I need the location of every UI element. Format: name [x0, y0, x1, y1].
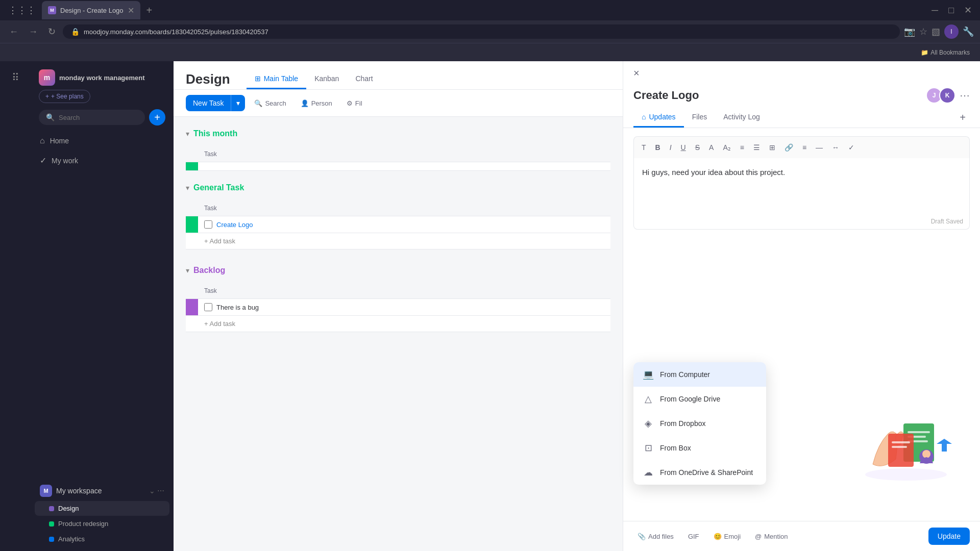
- add-task-row-general[interactable]: + Add task: [186, 233, 610, 249]
- back-button[interactable]: ←: [6, 24, 21, 39]
- update-button[interactable]: Update: [928, 528, 970, 545]
- extensions-icon[interactable]: 🔧: [963, 26, 974, 37]
- sidebar-search-input[interactable]: [59, 114, 138, 121]
- table-row[interactable]: Create Logo: [186, 216, 610, 233]
- toolbar-bold-btn[interactable]: B: [652, 141, 664, 154]
- toolbar-underline-btn[interactable]: U: [677, 141, 690, 154]
- forward-button[interactable]: →: [26, 24, 41, 39]
- toolbar-strikethrough-btn[interactable]: S: [692, 141, 703, 154]
- new-tab-button[interactable]: +: [142, 5, 157, 16]
- gif-button[interactable]: GIF: [684, 530, 703, 543]
- camera-off-icon[interactable]: 📷: [904, 26, 915, 37]
- toolbar-link-btn[interactable]: 🔗: [781, 141, 797, 154]
- from-computer-option[interactable]: 💻 From Computer: [633, 362, 766, 387]
- toolbar-align-left-btn[interactable]: ≡: [737, 141, 748, 154]
- app-logo: m monday work management: [39, 69, 145, 86]
- board-tabs: ⊞ Main Table Kanban Chart: [247, 69, 381, 89]
- mention-button[interactable]: @ Mention: [751, 530, 792, 543]
- add-tab-button[interactable]: +: [955, 108, 970, 128]
- all-bookmarks-link[interactable]: 📁 All Bookmarks: [917, 49, 974, 56]
- add-files-button[interactable]: 📎 Add files: [633, 530, 678, 543]
- tab-close-button[interactable]: ✕: [128, 6, 134, 15]
- new-task-dropdown-arrow[interactable]: ▾: [231, 95, 245, 111]
- more-icon[interactable]: ⋯: [157, 487, 164, 495]
- toolbar-list-btn[interactable]: ☰: [750, 141, 764, 154]
- active-tab[interactable]: M Design - Create Logo ✕: [42, 1, 140, 19]
- profile-icon[interactable]: I: [944, 24, 959, 39]
- from-google-drive-label: From Google Drive: [660, 395, 720, 403]
- toolbar-text-btn[interactable]: T: [638, 141, 650, 154]
- th-checkbox-backlog: [186, 283, 198, 299]
- svg-rect-5: [888, 434, 914, 467]
- task-checkbox-create-logo[interactable]: [204, 220, 212, 229]
- workspace-name: My workspace: [56, 487, 145, 495]
- sidebar-item-my-work[interactable]: ✓ My work: [35, 151, 169, 170]
- sidebar-search-box[interactable]: 🔍: [39, 110, 145, 125]
- address-bar[interactable]: 🔒 moodjoy.monday.com/boards/1830420525/p…: [63, 24, 900, 39]
- toolbar-divider-btn[interactable]: —: [812, 141, 826, 154]
- from-onedrive-label: From OneDrive & SharePoint: [660, 468, 753, 477]
- sidebar-item-design[interactable]: Design: [35, 501, 169, 516]
- detail-tab-updates[interactable]: ⌂ Updates: [633, 108, 684, 128]
- left-bar-green: [186, 216, 198, 233]
- detail-tab-files[interactable]: Files: [684, 108, 716, 128]
- toolbar-indent-btn[interactable]: ≡: [799, 141, 810, 154]
- from-box-option[interactable]: ⊡ From Box: [633, 436, 766, 460]
- reload-button[interactable]: ↻: [45, 24, 59, 39]
- see-plans-button[interactable]: + + See plans: [39, 90, 90, 103]
- search-button[interactable]: 🔍 Search: [249, 96, 291, 111]
- emoji-button[interactable]: 😊 Emoji: [709, 530, 745, 543]
- minimize-button[interactable]: ─: [927, 5, 942, 16]
- apps-grid-icon[interactable]: ⠿: [8, 67, 23, 88]
- toolbar-font-size-btn[interactable]: A₂: [719, 141, 734, 154]
- chevron-down-icon[interactable]: ⌄: [149, 487, 155, 495]
- toolbar-table-btn[interactable]: ⊞: [766, 141, 779, 154]
- toolbar-expand-btn[interactable]: ↔: [828, 141, 843, 154]
- board-dot-product-redesign: [49, 521, 54, 527]
- nav-bar: ← → ↻ 🔒 moodjoy.monday.com/boards/183042…: [0, 20, 980, 43]
- collapse-general-task-button[interactable]: ▾: [186, 184, 189, 192]
- toolbar-highlight-btn[interactable]: A: [705, 141, 717, 154]
- add-task-row-backlog[interactable]: + Add task: [186, 316, 610, 332]
- tab-chart[interactable]: Chart: [347, 69, 381, 89]
- bookmarks-bar: 📁 All Bookmarks: [0, 43, 980, 61]
- sidebar-icon[interactable]: ▧: [932, 26, 940, 37]
- left-bar-teal: [186, 162, 198, 171]
- close-button[interactable]: ✕: [960, 5, 976, 16]
- detail-close-button[interactable]: ×: [633, 67, 640, 79]
- sidebar-item-analytics[interactable]: Analytics: [35, 532, 169, 546]
- from-google-drive-option[interactable]: △ From Google Drive: [633, 387, 766, 411]
- person-button[interactable]: 👤 Person: [296, 96, 337, 111]
- add-button[interactable]: +: [149, 109, 165, 126]
- sidebar-nav: ⌂ Home ✓ My work: [31, 132, 174, 481]
- new-task-button[interactable]: New Task ▾: [186, 95, 245, 111]
- tab-kanban[interactable]: Kanban: [306, 69, 347, 89]
- bookmark-star-icon[interactable]: ☆: [919, 26, 927, 37]
- task-checkbox-bug[interactable]: [204, 303, 212, 311]
- tab-main-table[interactable]: ⊞ Main Table: [247, 69, 306, 89]
- apps-button[interactable]: ⋮⋮⋮: [4, 3, 40, 18]
- add-task-spacer-backlog: [186, 316, 198, 332]
- group-header-general-task: ▾ General Task: [186, 179, 610, 196]
- workspace-header[interactable]: M My workspace ⌄ ⋯: [35, 481, 169, 501]
- from-onedrive-option[interactable]: ☁ From OneDrive & SharePoint: [633, 460, 766, 485]
- detail-tabs: ⌂ Updates Files Activity Log +: [623, 108, 980, 128]
- browser-chrome: ⋮⋮⋮ M Design - Create Logo ✕ + ─ □ ✕ ← →…: [0, 0, 980, 61]
- detail-more-button[interactable]: ⋯: [960, 89, 970, 102]
- draft-saved-label: Draft Saved: [931, 218, 963, 225]
- maximize-button[interactable]: □: [944, 5, 958, 16]
- sidebar-item-product-redesign[interactable]: Product redesign: [35, 516, 169, 531]
- filter-button[interactable]: ⚙ Fil: [341, 96, 368, 111]
- toolbar-italic-btn[interactable]: I: [666, 141, 675, 154]
- computer-icon: 💻: [643, 369, 654, 380]
- workspace-actions: ⌄ ⋯: [149, 487, 164, 495]
- from-dropbox-option[interactable]: ◈ From Dropbox: [633, 411, 766, 436]
- table-row: [186, 162, 610, 171]
- detail-tab-activity-log[interactable]: Activity Log: [715, 108, 768, 128]
- board-dot-analytics: [49, 537, 54, 542]
- collapse-this-month-button[interactable]: ▾: [186, 130, 189, 138]
- editor-content[interactable]: Hi guys, need your idea about this proje…: [633, 158, 970, 230]
- collapse-backlog-button[interactable]: ▾: [186, 266, 189, 274]
- sidebar-item-home[interactable]: ⌂ Home: [35, 132, 169, 150]
- toolbar-check-btn[interactable]: ✓: [845, 141, 858, 154]
